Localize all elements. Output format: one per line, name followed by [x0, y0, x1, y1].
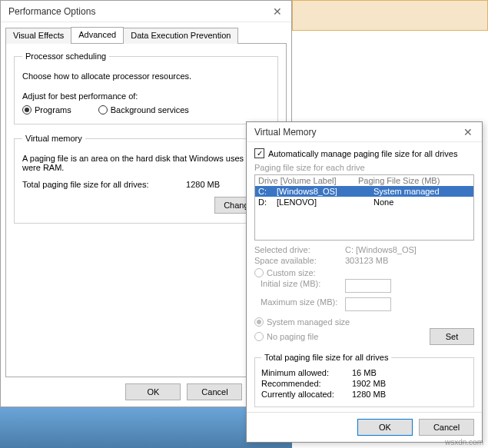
radio-icon	[254, 317, 264, 327]
vm-desc: A paging file is an area on the hard dis…	[22, 154, 270, 172]
totals-group: Total paging file size for all drives Mi…	[254, 353, 474, 407]
po-title: Performance Options	[8, 6, 95, 17]
vm-title: Virtual Memory	[254, 127, 316, 138]
checkbox-icon: ✓	[254, 148, 264, 158]
drive-letter: D:	[258, 197, 277, 207]
radio-no-paging-label: No paging file	[267, 332, 318, 341]
maximum-size-input	[345, 297, 391, 311]
drive-label: [Windows8_OS]	[277, 187, 358, 196]
vm-total-value: 1280 MB	[186, 180, 220, 189]
cur-value: 1280 MB	[352, 390, 386, 399]
totals-legend: Total paging file size for all drives	[261, 353, 391, 362]
tab-advanced[interactable]: Advanced	[71, 27, 124, 43]
radio-icon	[254, 332, 264, 341]
radio-icon	[22, 105, 32, 114]
drive-size: None	[358, 197, 470, 207]
drive-list[interactable]: Drive [Volume Label] Paging File Size (M…	[254, 174, 474, 241]
radio-background[interactable]: Background services	[98, 105, 189, 114]
drive-row-c[interactable]: C: [Windows8_OS] System managed	[255, 186, 473, 197]
tab-dep[interactable]: Data Execution Prevention	[123, 28, 238, 44]
rec-value: 1902 MB	[352, 379, 386, 388]
vm-ok-button[interactable]: OK	[357, 419, 413, 436]
vm-titlebar[interactable]: Virtual Memory ✕	[247, 122, 482, 142]
sched-desc: Choose how to allocate processor resourc…	[22, 71, 270, 81]
processor-scheduling-group: Processor scheduling Choose how to alloc…	[14, 51, 278, 124]
paging-group-label: Paging file size for each drive	[254, 163, 474, 172]
radio-programs-label: Programs	[35, 105, 71, 114]
vm-legend: Virtual memory	[22, 134, 85, 143]
radio-custom-size: Custom size:	[254, 268, 474, 277]
po-tab-body: Processor scheduling Choose how to alloc…	[5, 43, 287, 377]
radio-system-managed-label: System managed size	[267, 317, 350, 327]
radio-icon	[254, 268, 264, 277]
initial-size-input	[345, 279, 391, 293]
po-tabs: Visual Effects Advanced Data Execution P…	[1, 22, 291, 43]
radio-programs[interactable]: Programs	[22, 105, 71, 114]
po-titlebar[interactable]: Performance Options ✕	[1, 1, 291, 22]
vm-cancel-button[interactable]: Cancel	[419, 419, 474, 436]
ok-button[interactable]: OK	[125, 383, 181, 400]
auto-manage-label: Automatically manage paging file size fo…	[268, 149, 457, 158]
drive-size: System managed	[358, 187, 470, 196]
set-button: Set	[430, 328, 474, 345]
vm-total-label: Total paging file size for all drives:	[22, 180, 184, 189]
drive-row-d[interactable]: D: [LENOVO] None	[255, 197, 473, 207]
auto-manage-checkbox[interactable]: ✓ Automatically manage paging file size …	[254, 148, 474, 158]
virtual-memory-group: Virtual memory A paging file is an area …	[14, 134, 278, 224]
space-available-label: Space available:	[254, 256, 345, 265]
cur-label: Currently allocated:	[261, 390, 352, 399]
maximum-size-label: Maximum size (MB):	[254, 297, 345, 311]
selected-drive-label: Selected drive:	[254, 245, 345, 254]
processor-scheduling-legend: Processor scheduling	[22, 51, 109, 61]
rec-label: Recommended:	[261, 379, 352, 388]
radio-background-label: Background services	[111, 105, 189, 114]
min-label: Minimum allowed:	[261, 368, 352, 377]
min-value: 16 MB	[352, 368, 377, 377]
close-icon[interactable]: ✕	[459, 126, 477, 138]
radio-custom-label: Custom size:	[267, 268, 316, 277]
radio-system-managed: System managed size	[254, 317, 474, 327]
space-available-value: 303123 MB	[345, 256, 474, 265]
drive-list-header: Drive [Volume Label] Paging File Size (M…	[255, 175, 473, 186]
hdr-size: Paging File Size (MB)	[358, 176, 470, 185]
drive-letter: C:	[258, 187, 277, 196]
radio-icon	[98, 105, 108, 114]
background-panel	[292, 0, 488, 31]
hdr-drive: Drive [Volume Label]	[258, 176, 358, 185]
close-icon[interactable]: ✕	[268, 5, 287, 18]
tab-visual-effects[interactable]: Visual Effects	[5, 28, 71, 44]
drive-label: [LENOVO]	[277, 197, 358, 207]
radio-no-paging: No paging file	[254, 332, 318, 341]
sched-adjust-label: Adjust for best performance of:	[22, 91, 270, 101]
virtual-memory-dialog: Virtual Memory ✕ ✓ Automatically manage …	[246, 121, 483, 443]
selected-drive-value: C: [Windows8_OS]	[345, 245, 474, 254]
initial-size-label: Initial size (MB):	[254, 279, 345, 293]
cancel-button[interactable]: Cancel	[187, 383, 242, 400]
watermark: wsxdn.com	[445, 438, 483, 446]
